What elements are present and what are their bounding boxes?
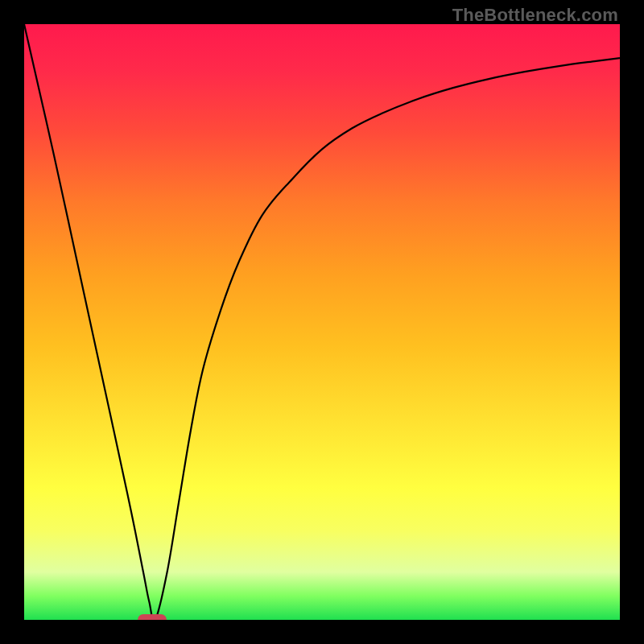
frame-right [620,0,644,644]
frame-bottom [0,620,644,644]
watermark-text: TheBottleneck.com [452,5,618,26]
plot-area [24,24,620,620]
chart-container: TheBottleneck.com [0,0,644,644]
frame-left [0,0,24,644]
